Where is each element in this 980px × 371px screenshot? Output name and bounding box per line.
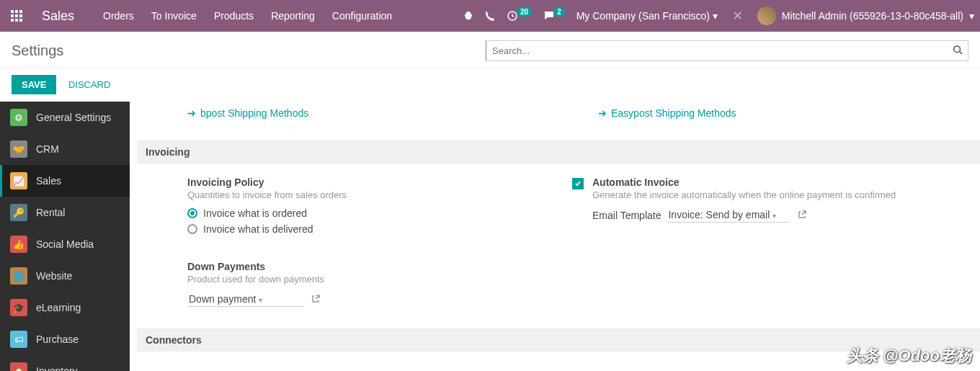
sidebar-item-label: Rental xyxy=(36,207,65,218)
nav-orders[interactable]: Orders xyxy=(103,10,134,22)
invoicing-policy-block: Invoicing Policy Quantities to invoice f… xyxy=(187,176,546,239)
arrow-right-icon: ➔ xyxy=(187,107,196,119)
bpost-shipping-link[interactable]: ➔ bpost Shipping Methods xyxy=(187,107,540,119)
svg-point-1 xyxy=(954,45,961,52)
message-count-badge: 2 xyxy=(553,7,565,17)
auto-invoice-checkbox[interactable] xyxy=(572,178,584,189)
discard-button[interactable]: DISCARD xyxy=(68,79,111,90)
shipping-links-row: ➔ bpost Shipping Methods ➔ Easypost Ship… xyxy=(187,107,951,119)
company-label: My Company (San Francisco) xyxy=(576,10,710,22)
radio-label: Invoice what is ordered xyxy=(203,207,307,219)
easypost-shipping-link[interactable]: ➔ Easypost Shipping Methods xyxy=(598,107,951,119)
nav-products[interactable]: Products xyxy=(214,10,254,22)
arrow-right-icon: ➔ xyxy=(598,107,607,119)
home-icon: 🏠 xyxy=(10,362,27,371)
chevron-down-icon: ▾ xyxy=(259,296,262,304)
handshake-icon: 🤝 xyxy=(10,140,27,158)
app-brand[interactable]: Sales xyxy=(42,9,74,24)
top-navbar: Sales Orders To Invoice Products Reporti… xyxy=(0,0,980,32)
nav-reporting[interactable]: Reporting xyxy=(271,10,315,22)
nav-links: Orders To Invoice Products Reporting Con… xyxy=(103,10,392,22)
sidebar-item-social[interactable]: 👍Social Media xyxy=(0,228,130,260)
sidebar-item-label: Sales xyxy=(36,175,61,187)
activity-icon[interactable]: 20 xyxy=(507,10,532,22)
select-value: Down payment xyxy=(189,293,256,305)
chevron-down-icon: ▾ xyxy=(969,10,974,22)
down-payment-select[interactable]: Down payment ▾ xyxy=(187,292,303,307)
down-payment-field: Down payment ▾ xyxy=(187,292,546,307)
link-label: Easypost Shipping Methods xyxy=(611,107,736,119)
activity-count-badge: 20 xyxy=(517,7,532,17)
page-title: Settings xyxy=(12,43,63,59)
close-icon[interactable]: ✕ xyxy=(729,8,746,24)
settings-content[interactable]: ➔ bpost Shipping Methods ➔ Easypost Ship… xyxy=(130,102,980,371)
email-template-select[interactable]: Invoice: Send by email ▾ xyxy=(667,207,789,223)
chevron-down-icon: ▾ xyxy=(772,212,776,220)
phone-icon[interactable] xyxy=(485,11,495,21)
field-desc: Quantities to invoice from sales orders xyxy=(187,189,546,200)
search-input[interactable] xyxy=(486,40,968,61)
apps-menu-icon[interactable] xyxy=(6,5,27,27)
chart-icon: 📈 xyxy=(10,172,27,189)
automatic-invoice-block: Automatic Invoice Generate the invoice a… xyxy=(575,176,951,239)
select-value: Invoice: Send by email xyxy=(668,209,770,220)
topbar-right: 20 2 My Company (San Francisco) ▾ ✕ Mitc… xyxy=(463,6,974,25)
sidebar-item-label: Purchase xyxy=(36,334,79,345)
save-button[interactable]: SAVE xyxy=(12,75,56,94)
field-label: Email Template xyxy=(592,210,661,221)
sidebar-item-label: CRM xyxy=(36,143,59,155)
email-template-field: Email Template Invoice: Send by email ▾ xyxy=(592,207,951,223)
sidebar-item-elearning[interactable]: 🎓eLearning xyxy=(0,292,130,323)
sidebar-item-website[interactable]: 🌐Website xyxy=(0,260,130,292)
globe-icon: 🌐 xyxy=(10,267,27,285)
link-label: bpost Shipping Methods xyxy=(200,107,308,119)
section-connectors-header: Connectors xyxy=(137,328,980,352)
main-area: ⚙General Settings 🤝CRM 📈Sales 🔑Rental 👍S… xyxy=(0,102,980,371)
user-label: Mitchell Admin (655926-13-0-80c458-all) xyxy=(782,10,963,22)
graduation-icon: 🎓 xyxy=(10,299,27,316)
debug-icon[interactable] xyxy=(463,11,473,21)
sidebar-item-label: eLearning xyxy=(36,302,81,313)
field-title: Down Payments xyxy=(187,261,546,272)
radio-icon xyxy=(187,208,197,218)
down-payments-block: Down Payments Product used for down paym… xyxy=(187,261,546,307)
sidebar-item-label: General Settings xyxy=(36,112,111,123)
sidebar-item-inventory[interactable]: 🏠Inventory xyxy=(0,355,130,371)
company-selector[interactable]: My Company (San Francisco) ▾ xyxy=(576,10,718,22)
subheader: Settings xyxy=(0,32,980,68)
field-desc: Product used for down payments xyxy=(187,274,546,285)
messages-icon[interactable]: 2 xyxy=(543,10,565,22)
search-wrap xyxy=(486,40,968,61)
external-link-icon[interactable] xyxy=(311,294,320,305)
radio-icon xyxy=(187,224,197,234)
nav-to-invoice[interactable]: To Invoice xyxy=(151,10,197,22)
radio-label: Invoice what is delivered xyxy=(203,223,313,235)
sidebar-item-purchase[interactable]: 🏷Purchase xyxy=(0,323,130,355)
external-link-icon[interactable] xyxy=(798,210,806,221)
sidebar-item-label: Social Media xyxy=(36,238,94,250)
sidebar-item-sales[interactable]: 📈Sales xyxy=(0,165,130,197)
chevron-down-icon: ▾ xyxy=(713,10,718,22)
field-title: Automatic Invoice xyxy=(592,176,951,188)
actions-bar: SAVE DISCARD xyxy=(0,68,980,102)
sidebar-item-label: Website xyxy=(36,270,72,282)
gear-icon: ⚙ xyxy=(10,109,27,126)
sidebar-item-general[interactable]: ⚙General Settings xyxy=(0,102,130,133)
sidebar-item-crm[interactable]: 🤝CRM xyxy=(0,133,130,165)
nav-configuration[interactable]: Configuration xyxy=(332,10,392,22)
field-desc: Generate the invoice automatically when … xyxy=(592,189,951,200)
key-icon: 🔑 xyxy=(10,204,27,221)
search-icon[interactable] xyxy=(953,45,963,58)
sidebar-item-rental[interactable]: 🔑Rental xyxy=(0,197,130,228)
thumbs-up-icon: 👍 xyxy=(10,236,27,253)
section-invoicing-header: Invoicing xyxy=(137,140,980,164)
radio-invoice-ordered[interactable]: Invoice what is ordered xyxy=(187,207,546,219)
avatar xyxy=(757,6,776,25)
user-menu[interactable]: Mitchell Admin (655926-13-0-80c458-all) … xyxy=(757,6,974,25)
tag-icon: 🏷 xyxy=(10,331,27,348)
sidebar-item-label: Inventory xyxy=(36,365,78,371)
field-title: Invoicing Policy xyxy=(187,176,546,188)
radio-invoice-delivered[interactable]: Invoice what is delivered xyxy=(187,223,546,235)
settings-sidebar: ⚙General Settings 🤝CRM 📈Sales 🔑Rental 👍S… xyxy=(0,102,130,371)
